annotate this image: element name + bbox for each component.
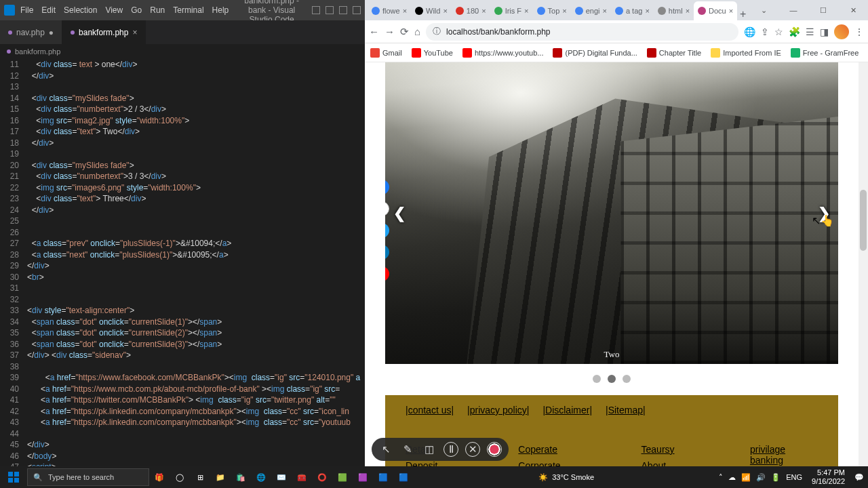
bookmark-item[interactable]: Chapter Title — [647, 48, 701, 58]
browser-tab[interactable]: engi× — [571, 1, 611, 20]
system-tray[interactable]: ˄ ☁ 📶 🔊 🔋 ENG 5:47 PM 9/16/2022 💬 — [719, 468, 868, 486]
bookmark-item[interactable]: https://www.youtub... — [462, 48, 544, 58]
bookmark-item[interactable]: Imported From IE — [711, 48, 781, 58]
battery-icon[interactable]: 🔋 — [771, 473, 781, 482]
browser-tab[interactable]: a tag× — [611, 1, 654, 20]
explorer-icon[interactable]: 📁 — [210, 466, 231, 488]
site-info-icon[interactable]: ⓘ — [433, 26, 441, 37]
panel-icon[interactable] — [339, 6, 347, 14]
browser-tab[interactable]: html× — [654, 1, 694, 20]
tab-bankform.php[interactable]: bankform.php× — [62, 20, 146, 44]
layout-icon[interactable] — [326, 6, 334, 14]
footer-col-header[interactable]: privilage banking — [750, 444, 818, 466]
footer-link[interactable]: |privacy policy| — [467, 405, 529, 415]
slider-next-button[interactable]: ❯ — [812, 199, 835, 228]
close-icon[interactable]: × — [645, 7, 649, 15]
menu-edit[interactable]: Edit — [41, 5, 56, 15]
bookmark-item[interactable]: Gmail — [370, 48, 402, 58]
split-icon[interactable] — [312, 6, 320, 14]
pencil-tool-icon[interactable]: ✎ — [400, 442, 415, 457]
edge-icon[interactable]: 🌐 — [251, 466, 271, 488]
cancel-icon[interactable]: ✕ — [465, 442, 480, 457]
minimize-button[interactable]: — — [778, 0, 808, 20]
browser-tab[interactable]: Iris F× — [490, 1, 533, 20]
app3-icon[interactable]: 🟦 — [373, 466, 393, 488]
taskview-icon[interactable]: ⊞ — [190, 466, 210, 488]
back-button[interactable]: ← — [369, 26, 379, 37]
footer-col-header[interactable]: Teaursy — [642, 444, 703, 455]
reload-button[interactable]: ⟳ — [400, 26, 409, 38]
sidepanel-icon[interactable]: ◨ — [820, 26, 829, 37]
extensions-icon[interactable]: 🧩 — [789, 26, 800, 37]
avatar[interactable] — [834, 24, 849, 39]
taskbar-weather[interactable]: ☀️ 33°C Smoke — [532, 473, 601, 482]
social-link[interactable]: ▶ — [385, 266, 389, 281]
tab-nav.php[interactable]: nav.php● — [0, 20, 62, 44]
vscode-taskbar-icon[interactable]: 🟦 — [393, 466, 414, 488]
menu-selection[interactable]: Selection — [64, 5, 97, 15]
dot-1[interactable] — [593, 375, 601, 383]
close-icon[interactable]: × — [603, 7, 607, 15]
editor[interactable]: 11 12 13 14 15 16 17 18 19 20 21 22 23 2… — [0, 59, 365, 473]
close-icon[interactable]: × — [403, 7, 407, 15]
close-icon[interactable]: × — [481, 7, 486, 15]
social-link[interactable]: f — [385, 180, 389, 195]
omnibox[interactable]: ⓘ localhost/bank/bankform.php — [426, 23, 738, 41]
new-tab-button[interactable]: + — [737, 8, 749, 20]
page-scrollbar[interactable] — [859, 62, 868, 488]
breadcrumb[interactable]: bankform.php — [0, 44, 365, 59]
bookmark-star-icon[interactable]: ☆ — [774, 26, 783, 37]
browser-tab[interactable]: Wild× — [411, 1, 452, 20]
cursor-tool-icon[interactable]: ↖ — [378, 442, 393, 457]
menu-go[interactable]: Go — [131, 5, 142, 15]
pause-icon[interactable]: Ⅱ — [443, 442, 458, 457]
chrome-icon[interactable]: ⭕ — [312, 466, 332, 488]
screen-recorder-toolbar[interactable]: ↖ ✎ ◫ Ⅱ ✕ — [372, 438, 509, 461]
kebab-menu-icon[interactable]: ⋮ — [854, 26, 864, 37]
onedrive-icon[interactable]: ☁ — [728, 473, 736, 482]
msstore-icon[interactable]: 🛍️ — [231, 466, 251, 488]
maximize-button[interactable]: ☐ — [808, 0, 838, 20]
chevron-down-icon[interactable]: ⌄ — [749, 0, 778, 20]
forward-button[interactable]: → — [384, 26, 395, 37]
cortana-icon[interactable]: ◯ — [170, 466, 190, 488]
gift-icon[interactable]: 🎁 — [149, 466, 170, 488]
close-icon[interactable]: × — [729, 7, 733, 15]
menu-help[interactable]: Help — [212, 5, 229, 15]
browser-tab[interactable]: 180 × — [452, 1, 490, 20]
bookmark-item[interactable]: YouTube — [412, 48, 453, 58]
close-button[interactable]: ✕ — [838, 0, 868, 20]
volume-icon[interactable]: 🔊 — [756, 473, 766, 482]
bookmark-item[interactable]: Free - GramFree — [791, 48, 859, 58]
footer-col-header[interactable]: Coperate — [518, 444, 593, 455]
notifications-icon[interactable]: 💬 — [854, 473, 864, 482]
browser-tab[interactable]: flowe× — [368, 1, 411, 20]
browser-tab[interactable]: Top × — [533, 1, 571, 20]
translate-icon[interactable]: 🌐 — [744, 26, 755, 37]
menu-run[interactable]: Run — [150, 5, 165, 15]
mail-icon[interactable]: ✉️ — [271, 466, 292, 488]
browser-tab[interactable]: Docu× — [694, 1, 737, 20]
bookmark-item[interactable]: (PDF) Digital Funda... — [553, 48, 637, 58]
slider-prev-button[interactable]: ❮ — [388, 199, 411, 228]
close-icon[interactable]: × — [562, 7, 566, 15]
app2-icon[interactable]: 🟪 — [353, 466, 373, 488]
wifi-icon[interactable]: 📶 — [741, 473, 751, 482]
reading-list-icon[interactable]: ☰ — [806, 26, 814, 37]
footer-link[interactable]: |Disclaimer| — [542, 405, 592, 415]
taskbar-clock[interactable]: 5:47 PM 9/16/2022 — [808, 468, 849, 486]
close-icon[interactable]: × — [443, 7, 447, 15]
eraser-tool-icon[interactable]: ◫ — [422, 442, 437, 457]
footer-link[interactable]: |contact us| — [406, 405, 454, 415]
close-icon[interactable]: × — [524, 7, 528, 15]
footer-link[interactable]: |Sitemap| — [606, 405, 646, 415]
stop-record-icon[interactable] — [487, 442, 502, 457]
social-link[interactable]: in — [385, 245, 389, 260]
tray-chevron-icon[interactable]: ˄ — [719, 473, 723, 482]
app1-icon[interactable]: 🟩 — [332, 466, 353, 488]
language-indicator[interactable]: ENG — [786, 473, 802, 481]
menu-terminal[interactable]: Terminal — [173, 5, 203, 15]
close-icon[interactable]: × — [132, 28, 137, 37]
menu-file[interactable]: File — [20, 5, 33, 15]
dot-3[interactable] — [623, 375, 631, 383]
